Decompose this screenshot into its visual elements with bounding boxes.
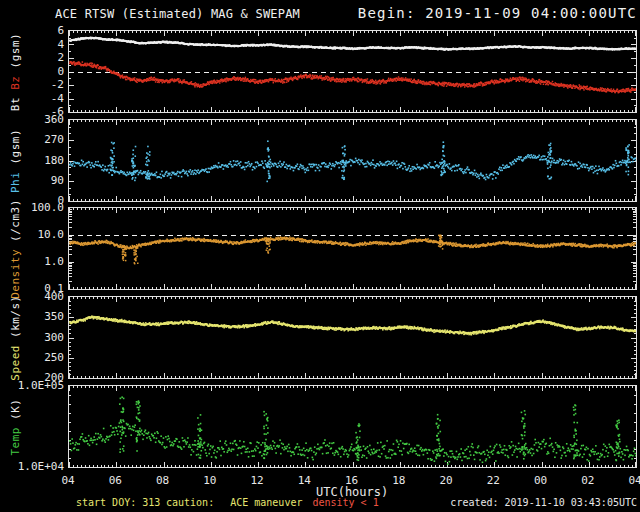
x-tick-label: 22 [480,474,506,487]
y-axis-title-part: Density [9,249,22,299]
y-tick-label: 360 [0,114,64,126]
y-axis-title: Density (/cm3) [9,199,22,299]
caution-label: caution: [166,497,214,508]
x-tick-label: 10 [197,474,223,487]
x-tick-label: 04 [55,474,81,487]
plot-title: ACE RTSW (Estimated) MAG & SWEPAM [55,7,300,21]
x-tick-label: 18 [386,474,412,487]
panel-speed [68,296,637,379]
caution-item: ACE maneuver [230,497,302,508]
y-axis-title-part: Bt [9,89,22,110]
phi-canvas [69,120,636,201]
y-axis-title-part: Temp [9,427,22,456]
panel-temp [68,385,637,468]
x-tick-label: 00 [528,474,554,487]
caution-item: density < 1 [312,497,378,508]
begin-timestamp: Begin: 2019-11-09 04:00:00UTC [358,5,637,21]
bt-bz-canvas [69,31,636,112]
y-axis-title-part: Bz [9,75,22,89]
x-tick-label: 14 [291,474,317,487]
x-tick-label: 12 [244,474,270,487]
y-axis-title: Speed (km/s) [9,295,22,380]
caution-line: caution: ACE maneuverdensity < 1 [166,497,379,508]
start-doy-label: start DOY: 313 [76,497,160,508]
panel-density [68,207,637,290]
x-tick-label: 20 [433,474,459,487]
y-axis-title: Bt Bz (gsm) [9,32,22,110]
y-axis-title-part: (km/s) [9,295,22,345]
caution-items: ACE maneuverdensity < 1 [220,497,378,508]
x-tick-label: 02 [575,474,601,487]
ace-rtsw-plot: ACE RTSW (Estimated) MAG & SWEPAM Begin:… [0,0,640,512]
y-axis-title-part: (/cm3) [9,199,22,249]
x-tick-label: 04 [622,474,640,487]
y-tick-label: 1.0E+05 [0,380,64,392]
y-axis-title-part: (gsm) [9,32,22,75]
temp-canvas [69,386,636,467]
y-axis-title: Phi (gsm) [9,128,22,192]
created-timestamp: created: 2019-11-10 03:43:05UTC [450,497,637,508]
x-tick-label: 08 [150,474,176,487]
y-axis-title: Temp (K) [9,398,22,455]
y-axis-title-part: (K) [9,398,22,427]
x-tick-label: 06 [102,474,128,487]
density-canvas [69,208,636,289]
panel-phi [68,119,637,202]
y-axis-title-part: Speed [9,345,22,381]
y-axis-title-part: (gsm) [9,128,22,171]
y-tick-label: 1.0E+04 [0,461,64,473]
panel-bt-bz [68,30,637,113]
speed-canvas [69,297,636,378]
y-axis-title-part: Phi [9,171,22,192]
